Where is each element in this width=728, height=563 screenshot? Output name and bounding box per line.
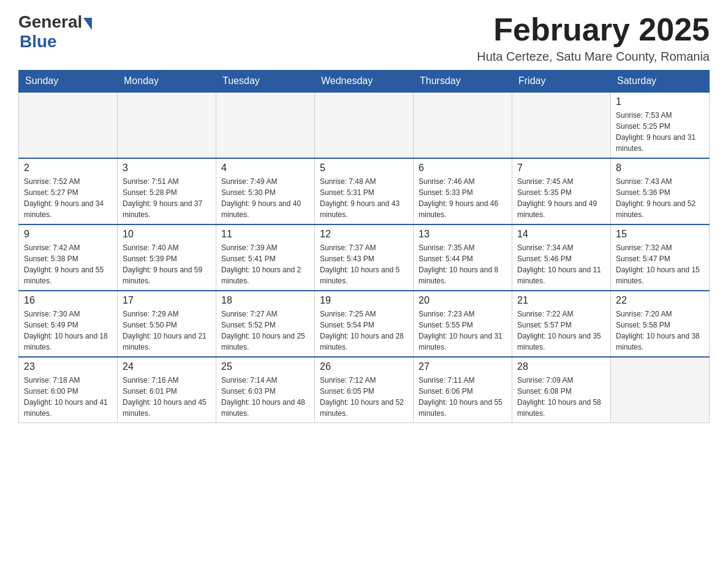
- weekday-header-wednesday: Wednesday: [315, 71, 414, 93]
- calendar-week-row: 1Sunrise: 7:53 AMSunset: 5:25 PMDaylight…: [19, 92, 710, 158]
- calendar-cell: 10Sunrise: 7:40 AMSunset: 5:39 PMDayligh…: [118, 224, 216, 291]
- day-number: 11: [221, 229, 309, 240]
- calendar-week-row: 16Sunrise: 7:30 AMSunset: 5:49 PMDayligh…: [19, 291, 710, 357]
- day-info: Sunrise: 7:53 AMSunset: 5:25 PMDaylight:…: [616, 110, 704, 154]
- calendar-cell: [414, 92, 512, 158]
- calendar-cell: 3Sunrise: 7:51 AMSunset: 5:28 PMDaylight…: [118, 158, 216, 224]
- day-number: 18: [221, 295, 309, 306]
- day-number: 7: [517, 163, 605, 174]
- day-info: Sunrise: 7:32 AMSunset: 5:47 PMDaylight:…: [616, 242, 704, 286]
- day-info: Sunrise: 7:27 AMSunset: 5:52 PMDaylight:…: [221, 308, 309, 353]
- calendar-cell: 16Sunrise: 7:30 AMSunset: 5:49 PMDayligh…: [19, 291, 118, 357]
- day-info: Sunrise: 7:46 AMSunset: 5:33 PMDaylight:…: [419, 176, 507, 220]
- day-info: Sunrise: 7:49 AMSunset: 5:30 PMDaylight:…: [221, 176, 309, 220]
- day-info: Sunrise: 7:18 AMSunset: 6:00 PMDaylight:…: [24, 375, 112, 419]
- calendar-cell: [216, 92, 315, 158]
- day-number: 26: [320, 361, 408, 372]
- logo-general-text: General: [18, 12, 82, 32]
- weekday-header-tuesday: Tuesday: [216, 71, 315, 93]
- day-info: Sunrise: 7:29 AMSunset: 5:50 PMDaylight:…: [123, 308, 211, 353]
- calendar-title: February 2025: [477, 12, 710, 47]
- calendar-cell: [19, 92, 118, 158]
- calendar-cell: 24Sunrise: 7:16 AMSunset: 6:01 PMDayligh…: [118, 357, 216, 423]
- calendar-subtitle: Huta Certeze, Satu Mare County, Romania: [477, 50, 710, 64]
- day-number: 16: [24, 295, 112, 306]
- day-info: Sunrise: 7:39 AMSunset: 5:41 PMDaylight:…: [221, 242, 309, 286]
- day-info: Sunrise: 7:48 AMSunset: 5:31 PMDaylight:…: [320, 176, 408, 220]
- day-number: 13: [419, 229, 507, 240]
- calendar-cell: 5Sunrise: 7:48 AMSunset: 5:31 PMDaylight…: [315, 158, 414, 224]
- weekday-header-sunday: Sunday: [19, 71, 118, 93]
- day-info: Sunrise: 7:16 AMSunset: 6:01 PMDaylight:…: [123, 375, 211, 419]
- day-info: Sunrise: 7:40 AMSunset: 5:39 PMDaylight:…: [123, 242, 211, 286]
- day-info: Sunrise: 7:37 AMSunset: 5:43 PMDaylight:…: [320, 242, 408, 286]
- day-info: Sunrise: 7:35 AMSunset: 5:44 PMDaylight:…: [419, 242, 507, 286]
- calendar-cell: 1Sunrise: 7:53 AMSunset: 5:25 PMDaylight…: [611, 92, 710, 158]
- weekday-header-thursday: Thursday: [414, 71, 512, 93]
- page-header: General Blue February 2025 Huta Certeze,…: [18, 12, 710, 64]
- day-number: 25: [221, 361, 309, 372]
- day-number: 10: [123, 229, 211, 240]
- calendar-week-row: 23Sunrise: 7:18 AMSunset: 6:00 PMDayligh…: [19, 357, 710, 423]
- calendar-cell: 2Sunrise: 7:52 AMSunset: 5:27 PMDaylight…: [19, 158, 118, 224]
- calendar-cell: 9Sunrise: 7:42 AMSunset: 5:38 PMDaylight…: [19, 224, 118, 291]
- day-number: 5: [320, 163, 408, 174]
- calendar-cell: 28Sunrise: 7:09 AMSunset: 6:08 PMDayligh…: [512, 357, 611, 423]
- day-info: Sunrise: 7:45 AMSunset: 5:35 PMDaylight:…: [517, 176, 605, 220]
- calendar-cell: 12Sunrise: 7:37 AMSunset: 5:43 PMDayligh…: [315, 224, 414, 291]
- calendar-cell: 6Sunrise: 7:46 AMSunset: 5:33 PMDaylight…: [414, 158, 512, 224]
- calendar-cell: [512, 92, 611, 158]
- day-info: Sunrise: 7:11 AMSunset: 6:06 PMDaylight:…: [419, 375, 507, 419]
- calendar-cell: 27Sunrise: 7:11 AMSunset: 6:06 PMDayligh…: [414, 357, 512, 423]
- day-number: 1: [616, 96, 704, 107]
- day-number: 12: [320, 229, 408, 240]
- day-number: 21: [517, 295, 605, 306]
- calendar-cell: 13Sunrise: 7:35 AMSunset: 5:44 PMDayligh…: [414, 224, 512, 291]
- day-info: Sunrise: 7:09 AMSunset: 6:08 PMDaylight:…: [517, 375, 605, 419]
- day-info: Sunrise: 7:51 AMSunset: 5:28 PMDaylight:…: [123, 176, 211, 220]
- day-info: Sunrise: 7:20 AMSunset: 5:58 PMDaylight:…: [616, 308, 704, 353]
- logo-arrow-icon: [83, 18, 92, 30]
- day-info: Sunrise: 7:52 AMSunset: 5:27 PMDaylight:…: [24, 176, 112, 220]
- weekday-header-friday: Friday: [512, 71, 611, 93]
- calendar-cell: 15Sunrise: 7:32 AMSunset: 5:47 PMDayligh…: [611, 224, 710, 291]
- day-number: 27: [419, 361, 507, 372]
- calendar-cell: 14Sunrise: 7:34 AMSunset: 5:46 PMDayligh…: [512, 224, 611, 291]
- day-info: Sunrise: 7:22 AMSunset: 5:57 PMDaylight:…: [517, 308, 605, 353]
- weekday-header-saturday: Saturday: [611, 71, 710, 93]
- day-number: 2: [24, 163, 112, 174]
- calendar-cell: 19Sunrise: 7:25 AMSunset: 5:54 PMDayligh…: [315, 291, 414, 357]
- day-number: 6: [419, 163, 507, 174]
- calendar-cell: 11Sunrise: 7:39 AMSunset: 5:41 PMDayligh…: [216, 224, 315, 291]
- day-number: 23: [24, 361, 112, 372]
- day-info: Sunrise: 7:12 AMSunset: 6:05 PMDaylight:…: [320, 375, 408, 419]
- calendar-cell: 25Sunrise: 7:14 AMSunset: 6:03 PMDayligh…: [216, 357, 315, 423]
- day-number: 8: [616, 163, 704, 174]
- day-number: 20: [419, 295, 507, 306]
- calendar-week-row: 2Sunrise: 7:52 AMSunset: 5:27 PMDaylight…: [19, 158, 710, 224]
- weekday-header-row: SundayMondayTuesdayWednesdayThursdayFrid…: [19, 71, 710, 93]
- day-number: 19: [320, 295, 408, 306]
- weekday-header-monday: Monday: [118, 71, 216, 93]
- calendar-cell: 8Sunrise: 7:43 AMSunset: 5:36 PMDaylight…: [611, 158, 710, 224]
- calendar-cell: 7Sunrise: 7:45 AMSunset: 5:35 PMDaylight…: [512, 158, 611, 224]
- day-info: Sunrise: 7:43 AMSunset: 5:36 PMDaylight:…: [616, 176, 704, 220]
- day-info: Sunrise: 7:34 AMSunset: 5:46 PMDaylight:…: [517, 242, 605, 286]
- calendar-cell: 4Sunrise: 7:49 AMSunset: 5:30 PMDaylight…: [216, 158, 315, 224]
- calendar-table: SundayMondayTuesdayWednesdayThursdayFrid…: [18, 70, 710, 423]
- calendar-cell: 21Sunrise: 7:22 AMSunset: 5:57 PMDayligh…: [512, 291, 611, 357]
- day-number: 4: [221, 163, 309, 174]
- logo: General Blue: [18, 12, 92, 52]
- day-number: 9: [24, 229, 112, 240]
- day-number: 17: [123, 295, 211, 306]
- calendar-cell: 26Sunrise: 7:12 AMSunset: 6:05 PMDayligh…: [315, 357, 414, 423]
- day-info: Sunrise: 7:25 AMSunset: 5:54 PMDaylight:…: [320, 308, 408, 353]
- day-number: 14: [517, 229, 605, 240]
- day-number: 24: [123, 361, 211, 372]
- calendar-cell: 17Sunrise: 7:29 AMSunset: 5:50 PMDayligh…: [118, 291, 216, 357]
- calendar-cell: [118, 92, 216, 158]
- calendar-cell: 20Sunrise: 7:23 AMSunset: 5:55 PMDayligh…: [414, 291, 512, 357]
- title-section: February 2025 Huta Certeze, Satu Mare Co…: [477, 12, 710, 64]
- logo-blue-text: Blue: [20, 32, 57, 52]
- calendar-week-row: 9Sunrise: 7:42 AMSunset: 5:38 PMDaylight…: [19, 224, 710, 291]
